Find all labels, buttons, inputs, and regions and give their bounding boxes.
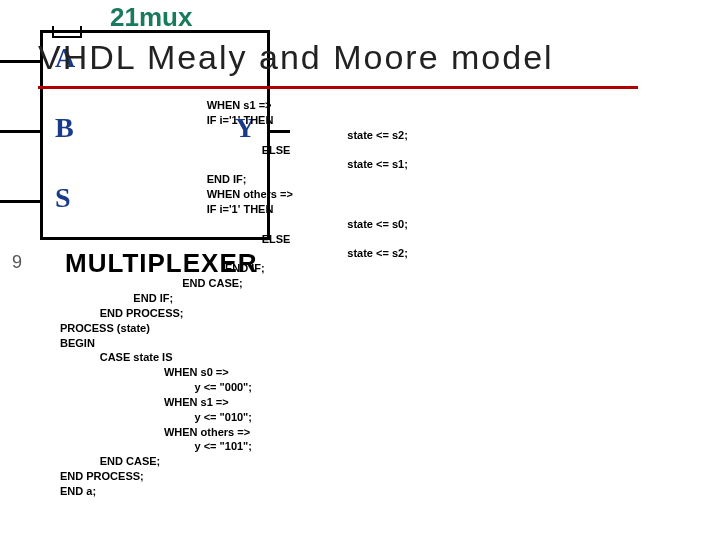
code-line: END CASE; (60, 455, 160, 467)
code-line: IF i='1' THEN (60, 114, 273, 126)
code-line: WHEN s0 => (60, 366, 229, 378)
code-line: END IF; (60, 173, 246, 185)
mux-ornament (52, 26, 82, 38)
code-line: y <= "000"; (60, 381, 252, 393)
code-line: WHEN others => (60, 188, 293, 200)
code-line: END CASE; (60, 277, 243, 289)
code-line: WHEN s1 => (60, 396, 229, 408)
code-line: END IF; (60, 262, 265, 274)
code-line: END a; (60, 485, 96, 497)
code-line: END PROCESS; (60, 470, 144, 482)
code-line: CASE state IS (60, 351, 172, 363)
code-line: ELSE (60, 233, 290, 245)
code-line: y <= "010"; (60, 411, 252, 423)
code-line: PROCESS (state) (60, 322, 150, 334)
title-underline (38, 86, 638, 89)
slide-title: VHDL Mealy and Moore model (38, 38, 554, 77)
code-line: WHEN s1 => (60, 99, 272, 111)
code-line: state <= s1; (60, 158, 408, 170)
code-line: ELSE (60, 144, 290, 156)
code-line: WHEN others => (60, 426, 250, 438)
corner-number: 9 (12, 252, 22, 273)
port-line-a (0, 60, 40, 63)
code-line: END PROCESS; (60, 307, 183, 319)
code-line: y <= "101"; (60, 440, 252, 452)
code-line: state <= s2; (60, 129, 408, 141)
mux-title: 21mux (110, 2, 192, 33)
code-line: IF i='1' THEN (60, 203, 273, 215)
code-line: state <= s0; (60, 218, 408, 230)
vhdl-code-block: WHEN s1 => IF i='1' THEN state <= s2; (60, 98, 680, 499)
port-line-s (0, 200, 40, 203)
code-line: BEGIN (60, 337, 95, 349)
code-line: state <= s2; (60, 247, 408, 259)
port-line-b (0, 130, 40, 133)
code-line: END IF; (60, 292, 173, 304)
